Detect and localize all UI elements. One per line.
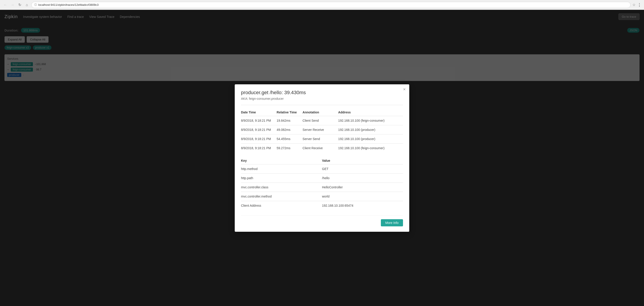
modal-title: producer.get /hello: 39.430ms	[241, 90, 403, 96]
modal-overlay[interactable]: × producer.get /hello: 39.430ms AKA: fei…	[0, 10, 644, 306]
kv-section: Key Value http.method GET http.path /hel…	[241, 157, 403, 210]
annotation-reltime: 49.082ms	[276, 125, 302, 134]
kv-row: Client Address 192.168.10.100:65474	[241, 201, 403, 210]
bookmark-icon[interactable]: ☆	[632, 3, 636, 7]
col-header-value: Value	[322, 157, 403, 164]
annotation-datetime: 8/9/2018, 9:18:21 PM	[241, 134, 276, 144]
url-text: localhost:9411/zipkin/traces/12efdadccf3…	[38, 3, 99, 6]
annotation-row: 8/9/2018, 9:18:21 PM 49.082ms Server Rec…	[241, 125, 403, 134]
menu-icon[interactable]: ⋮	[637, 2, 641, 8]
col-header-datetime: Date Time	[241, 109, 276, 116]
modal-close-button[interactable]: ×	[403, 87, 406, 92]
kv-row: mvc.controller.method world	[241, 192, 403, 201]
annotation-annotation: Client Send	[302, 116, 338, 125]
annotation-datetime: 8/9/2018, 9:18:21 PM	[241, 125, 276, 134]
kv-key: http.path	[241, 173, 322, 182]
kv-value: HelloController	[322, 182, 403, 192]
annotation-annotation: Server Receive	[302, 125, 338, 134]
col-header-address: Address	[338, 109, 403, 116]
annotation-reltime: 59.272ms	[276, 144, 302, 152]
kv-table: Key Value http.method GET http.path /hel…	[241, 157, 403, 210]
forward-button[interactable]: →	[10, 2, 15, 8]
more-info-button[interactable]: More Info	[381, 219, 403, 226]
modal-footer: More Info	[241, 216, 403, 226]
kv-value: world	[322, 192, 403, 201]
home-button[interactable]: ⌂	[24, 2, 30, 8]
annotation-annotation: Server Send	[302, 134, 338, 144]
annotation-row: 8/9/2018, 9:18:21 PM 59.272ms Client Rec…	[241, 144, 403, 152]
col-header-key: Key	[241, 157, 322, 164]
reload-button[interactable]: ↻	[17, 2, 22, 8]
modal-divider-top	[241, 105, 403, 105]
annotation-address: 192.168.10.100 (producer)	[338, 125, 403, 134]
annotation-address: 192.168.10.100 (feign-consumer)	[338, 116, 403, 125]
kv-row: http.method GET	[241, 164, 403, 173]
annotation-row: 8/9/2018, 9:18:21 PM 19.842ms Client Sen…	[241, 116, 403, 125]
lock-icon: ⓘ	[34, 3, 37, 7]
back-button[interactable]: ←	[3, 2, 8, 8]
annotations-table: Date Time Relative Time Annotation Addre…	[241, 109, 403, 152]
browser-chrome: ← → ↻ ⌂ ⓘ localhost:9411/zipkin/traces/1…	[0, 0, 644, 10]
kv-key: Client Address	[241, 201, 322, 210]
annotation-address: 192.168.10.100 (feign-consumer)	[338, 144, 403, 152]
kv-key: mvc.controller.method	[241, 192, 322, 201]
annotation-address: 192.168.10.100 (producer)	[338, 134, 403, 144]
kv-row: http.path /hello	[241, 173, 403, 182]
annotation-reltime: 54.455ms	[276, 134, 302, 144]
kv-key: mvc.controller.class	[241, 182, 322, 192]
annotation-reltime: 19.842ms	[276, 116, 302, 125]
annotation-annotation: Client Receive	[302, 144, 338, 152]
kv-value: /hello	[322, 173, 403, 182]
modal-dialog: × producer.get /hello: 39.430ms AKA: fei…	[235, 84, 409, 232]
kv-key: http.method	[241, 164, 322, 173]
annotation-datetime: 8/9/2018, 9:18:21 PM	[241, 144, 276, 152]
annotation-row: 8/9/2018, 9:18:21 PM 54.455ms Server Sen…	[241, 134, 403, 144]
modal-subtitle: AKA: feign-consumer,producer	[241, 97, 403, 100]
col-header-reltime: Relative Time	[276, 109, 302, 116]
kv-value: 192.168.10.100:65474	[322, 201, 403, 210]
kv-row: mvc.controller.class HelloController	[241, 182, 403, 192]
annotation-datetime: 8/9/2018, 9:18:21 PM	[241, 116, 276, 125]
kv-value: GET	[322, 164, 403, 173]
col-header-annotation: Annotation	[302, 109, 338, 116]
address-bar[interactable]: ⓘ localhost:9411/zipkin/traces/12efdadcc…	[31, 2, 630, 8]
